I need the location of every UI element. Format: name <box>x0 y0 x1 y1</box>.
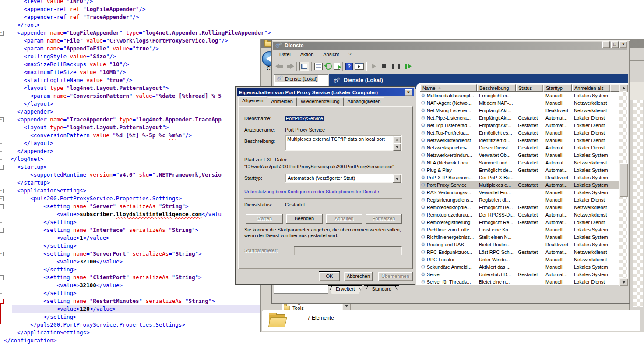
code-line: </appender> <box>4 147 271 155</box>
fold-toggle-icon[interactable]: - <box>0 31 4 36</box>
cancel-button[interactable]: Abbrechen <box>344 272 373 281</box>
table-row[interactable]: ⚙Remoteprozedurau...Der RPCSS-Di...Gesta… <box>420 211 619 218</box>
table-row[interactable]: ⚙Richtlinienergebniss...Stellt einen N..… <box>420 233 619 241</box>
table-row[interactable]: ⚙NLA (Network Loca...Sammelt und ...Gest… <box>420 159 619 166</box>
startoptionen-link[interactable]: Unterstützung beim Konfigurieren der Sta… <box>244 189 379 194</box>
scrollbar-thumb[interactable] <box>619 163 628 197</box>
cell-starttyp: Automat... <box>543 212 572 217</box>
cell-beschreibung: Dieser Dienst... <box>477 145 516 150</box>
table-row[interactable]: ⚙RAS-Verbindungsv...Verwaltet Ein...Manu… <box>420 189 619 196</box>
chevron-down-icon[interactable] <box>393 174 401 183</box>
table-row[interactable]: ⚙Plug & PlayErmöglicht de...GestartetAut… <box>420 166 619 174</box>
fortsetzen-button[interactable]: Fortsetzen <box>366 214 402 224</box>
fold-toggle-icon[interactable]: - <box>0 165 4 170</box>
startparameter-input[interactable] <box>294 246 402 255</box>
tab-anmelden[interactable]: Anmelden <box>267 97 297 107</box>
anhalten-button[interactable]: Anhalten <box>326 214 362 224</box>
service-gear-icon: ⚙ <box>421 107 426 114</box>
cell-starttyp: Manuell <box>543 130 572 135</box>
forward-icon[interactable] <box>286 64 294 69</box>
cell-status: Gestartet <box>516 249 543 255</box>
close-button[interactable]: × <box>619 41 627 48</box>
table-row[interactable]: ⚙Remotedesktopdie...Ermöglicht Be...Gest… <box>420 203 619 211</box>
menu-aktion[interactable]: Aktion <box>296 51 319 59</box>
fold-toggle-icon[interactable]: - <box>0 228 4 233</box>
properties-icon[interactable] <box>314 63 323 70</box>
explorer-scrollbar-track[interactable] <box>633 100 643 307</box>
extended-view-icon[interactable] <box>355 63 364 70</box>
fold-toggle-icon[interactable]: - <box>0 275 4 280</box>
menu-ansicht[interactable]: Ansicht <box>318 51 344 59</box>
table-row[interactable]: ⚙PnP-X-IP-Busenum...Der PnP-X-Bu...Deakt… <box>420 174 619 181</box>
view-tab-standard[interactable]: Standard <box>364 285 399 294</box>
cell-anmelden-als: Lokaler Dienst <box>572 220 610 225</box>
beschreibung-field[interactable]: Multiplexes external TCP/IP data on loca… <box>285 135 402 151</box>
cell-starttyp: Automat... <box>543 160 572 165</box>
menu-hilfe[interactable]: ? <box>344 51 356 59</box>
export-icon[interactable] <box>334 63 340 70</box>
back-arrow-icon <box>266 56 271 62</box>
play-icon[interactable] <box>372 64 376 69</box>
apply-button[interactable]: Übernehmen <box>378 272 413 281</box>
help-icon[interactable]: ? <box>345 63 353 70</box>
table-row[interactable]: ⚙RPC-Endpunktzuor...Löst RPC-Sch...Gesta… <box>420 248 619 256</box>
starttyp-select[interactable]: Automatisch (Verzögerter Start) <box>285 174 402 183</box>
tree-item-dienste-lokal[interactable]: ⚙⚙ Dienste (Lokal) <box>275 75 318 82</box>
table-row[interactable]: ⚙Registrierungsdiens...Registriert di...… <box>420 196 619 203</box>
scroll-down-button[interactable] <box>619 278 628 286</box>
table-row[interactable]: ⚙Netzwerkspeicher-...Dieser Dienst...Ges… <box>420 144 619 151</box>
table-row[interactable]: ⚙Net.Tcp-Portfreiga...Ermöglicht es...Ge… <box>420 129 619 136</box>
tab-wiederherstellung[interactable]: Wiederherstellung <box>297 97 344 107</box>
table-row[interactable]: ⚙Richtlinie zum Entfe...Lässt eine Ko...… <box>420 226 619 233</box>
fold-toggle-icon[interactable]: - <box>0 189 4 193</box>
table-row[interactable]: ⚙NetzwerklistendienstIdentifiziert d...G… <box>420 136 619 144</box>
column-header-name[interactable]: Name <box>420 84 477 92</box>
column-header-beschreibung[interactable]: Beschreibung <box>477 84 516 92</box>
restart-icon[interactable] <box>405 64 412 69</box>
tab-abh-ngigkeiten[interactable]: Abhängigkeiten <box>344 97 385 107</box>
scroll-down-button[interactable] <box>393 143 401 151</box>
fold-toggle-icon[interactable]: - <box>0 196 4 201</box>
fold-toggle-icon[interactable]: - <box>0 204 4 209</box>
minimize-button[interactable]: _ <box>602 41 610 48</box>
table-row[interactable]: ⚙Routing und RASBietet Routin...Deaktivi… <box>420 241 619 248</box>
column-header-anmelden-als[interactable]: Anmelden als <box>572 84 610 92</box>
table-row[interactable]: ⚙Net.Pipe-Listenera...Empfängt Akt...Ges… <box>420 114 619 121</box>
beenden-button[interactable]: Beenden <box>286 214 323 224</box>
cell-starttyp: Manuell <box>543 197 572 203</box>
table-row[interactable]: ⚙NAP-Agent (Netwo...Mit dem NAP-...Manue… <box>420 99 619 107</box>
view-tab-erweitert[interactable]: Erweitert <box>328 285 362 294</box>
table-row[interactable]: ⚙RPC-LocatorUnter Windo...ManuellNetzwer… <box>420 256 619 263</box>
fold-toggle-icon[interactable]: - <box>0 252 4 256</box>
table-row[interactable]: ⚙RemoteregistrierungErmöglicht Re...Gest… <box>420 218 619 226</box>
table-row[interactable]: ⚙Netzwerkverbindun...Verwaltet Ob...Gest… <box>420 151 619 159</box>
starten-button[interactable]: Starten <box>246 214 283 224</box>
table-row[interactable]: ⚙Port Proxy ServiceMultiplexes e...Gesta… <box>420 181 619 189</box>
code-line: <layout type="log4net.Layout.PatternLayo… <box>4 84 271 92</box>
stop-icon[interactable] <box>382 64 386 68</box>
table-row[interactable]: ⚙Multimediaklassenpl...Ermöglicht ei...M… <box>420 92 619 99</box>
dialog-title-bar[interactable]: Eigenschaften von Port Proxy Service (Lo… <box>237 88 414 96</box>
pause-icon[interactable] <box>392 64 400 69</box>
table-row[interactable]: ⚙Net.Tcp-Listenerad...Empfängt Akt...Ges… <box>420 121 619 129</box>
dialog-title: Eigenschaften von Port Proxy Service (Lo… <box>239 90 378 95</box>
table-row[interactable]: ⚙Net.Msmq-Listener...Empfängt Akt...Deak… <box>420 107 619 114</box>
table-scrollbar[interactable] <box>619 84 627 285</box>
refresh-icon[interactable] <box>325 63 332 70</box>
back-icon[interactable] <box>275 64 284 69</box>
ok-button[interactable]: OK <box>319 272 340 281</box>
services-title-bar[interactable]: ⚙⚙ Dienste <box>273 42 627 50</box>
column-header-starttyp[interactable]: Starttyp <box>543 84 572 92</box>
table-row[interactable]: ⚙Sekundäre Anmeld...Aktiviert das ...Man… <box>420 263 619 270</box>
menu-datei[interactable]: Datei <box>274 51 296 59</box>
show-tree-icon[interactable] <box>299 62 309 71</box>
close-icon[interactable]: × <box>405 89 412 96</box>
service-gear-icon: ⚙ <box>421 279 426 285</box>
table-row[interactable]: ⚙ServerUnterstützt D...GestartetAutomat.… <box>420 270 619 278</box>
divider <box>244 198 402 199</box>
fold-toggle-icon[interactable]: - <box>0 117 4 122</box>
column-header-status[interactable]: Status <box>516 84 543 92</box>
tab-allgemein[interactable]: Allgemein <box>238 96 267 107</box>
maximize-button[interactable]: □ <box>611 41 619 48</box>
table-row[interactable]: ⚙Server für Threads...Bietet eine n...Ma… <box>420 278 619 285</box>
